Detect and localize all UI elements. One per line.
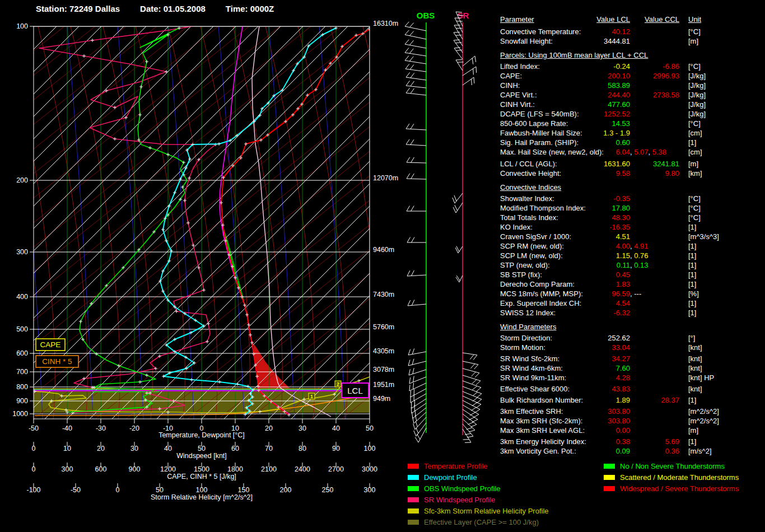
legend-item-outlook: Widespread / Severe Thunderstorms: [604, 483, 739, 494]
svg-text:-20: -20: [129, 424, 139, 432]
value-lcl: 1.15: [500, 251, 630, 260]
unit-label: [m]: [688, 159, 698, 169]
svg-text:Windspeed [knt]: Windspeed [knt]: [176, 452, 227, 460]
legend-item-outlook: No / Non Severe Thunderstorms: [604, 460, 739, 472]
table-row: Max. Hail Size (new, new2, old):6.04, 5.…: [500, 147, 763, 157]
unit-label: [1]: [688, 260, 696, 270]
svg-text:1500: 1500: [194, 465, 209, 473]
table-row: 3km Vorticity Gen. Pot.:0.090.36[m/s^2]: [500, 446, 763, 456]
value-lcl: -0.35: [500, 194, 630, 203]
unit-label: [knt]: [688, 384, 702, 394]
svg-text:900: 900: [16, 397, 28, 405]
value-lcl: 1631.60: [500, 159, 630, 169]
value-ccl: 0.36: [635, 446, 679, 456]
unit-label: [km]: [688, 169, 702, 178]
table-row: LCL / CCL (AGL):1631.603241.81[m]: [500, 159, 763, 169]
skewt-diagram: 10016310m20012070m3009460m4007430m500576…: [0, 0, 498, 532]
value-lcl: 7.60: [500, 363, 630, 373]
value-ccl: -6.86: [635, 62, 679, 71]
table-row: CINH:583.89[J/kg]: [500, 81, 763, 90]
svg-text:50: 50: [156, 486, 164, 494]
value-lcl: 244.40: [500, 90, 630, 100]
legend-label: Widespread / Severe Thunderstorms: [620, 484, 739, 493]
unit-label: [cm]: [688, 128, 702, 138]
x-axis-1: 0102030405060708090100Windspeed [knt]: [32, 442, 376, 460]
table-row: SR Wind Sfc-2km:34.27[knt]: [500, 354, 763, 363]
svg-text:60: 60: [231, 445, 239, 452]
x-axis-2: 03006009001200150018002100240027003000CA…: [32, 463, 377, 480]
value-ccl: 2738.58: [635, 90, 679, 100]
value-lcl: 4.28: [500, 373, 630, 382]
table-row: SR Wind 4km-6km:7.60[knt]: [500, 363, 763, 373]
value-ccl: 28.37: [635, 395, 679, 405]
wind-barb-columns: OBSSR: [405, 11, 482, 442]
column-header: Value CCL: [635, 15, 679, 24]
svg-text:150: 150: [238, 486, 250, 494]
svg-text:0: 0: [32, 465, 36, 473]
table-row: Effective Shear 6000:43.83[knt]: [500, 384, 763, 394]
unit-label: [knt]: [688, 354, 702, 363]
value-extra: , 0.76: [630, 251, 649, 260]
svg-text:3000: 3000: [362, 465, 377, 473]
value-ccl: 5.69: [635, 437, 679, 446]
unit-label: [1]: [688, 241, 696, 251]
obs-column-header: OBS: [417, 11, 435, 20]
dewpoint-profile: [158, 26, 338, 416]
cape-label: CAPE: [40, 340, 61, 349]
table-row: Sig. Hail Param. (SHIP):0.60[1]: [500, 138, 763, 147]
outlook-legend: No / Non Severe ThunderstormsScattered /…: [604, 460, 739, 494]
value-lcl: 48.30: [500, 213, 630, 222]
value-lcl: 43.83: [500, 384, 630, 394]
legend-item-profile: Dewpoint Profile: [408, 472, 549, 483]
table-row: Derecho Comp Param:1.83[1]: [500, 279, 763, 289]
table-row: 850-600 Lapse Rate:14.53[°C]: [500, 119, 763, 128]
unit-label: [knt]: [688, 343, 702, 352]
column-header: Value LCL: [500, 15, 630, 24]
svg-text:100: 100: [16, 22, 28, 30]
lcl-label: LCL: [347, 386, 363, 395]
table-section-header: Convective Indices: [500, 183, 763, 192]
svg-text:1200: 1200: [160, 465, 176, 473]
value-lcl: 252.62: [500, 333, 630, 343]
table-row: CAPE:200.102996.93[J/kg]: [500, 71, 763, 81]
svg-text:1800: 1800: [227, 465, 243, 473]
svg-text:20: 20: [97, 445, 105, 452]
unit-label: [1]: [688, 437, 696, 446]
table-row: CINH Virt.:477.60[J/kg]: [500, 100, 763, 109]
svg-text:0: 0: [116, 486, 120, 494]
value-lcl: 40.12: [500, 27, 630, 36]
svg-text:80: 80: [298, 445, 306, 452]
legend-swatch: [604, 475, 615, 480]
value-ccl: 2996.93: [635, 71, 679, 81]
temperature-profile: [220, 27, 371, 417]
value-lcl: 1252.52: [500, 109, 630, 119]
unit-label: [%]: [688, 289, 699, 298]
table-row: Snowfall Height:3444.81[m]: [500, 36, 763, 46]
unit-label: [°]: [688, 333, 695, 343]
value-extra: , 4.91: [630, 241, 649, 251]
svg-text:500: 500: [16, 325, 28, 333]
svg-text:300: 300: [364, 486, 376, 494]
svg-text:400: 400: [16, 293, 28, 301]
svg-text:100: 100: [364, 445, 376, 452]
value-extra: , 0.13: [630, 260, 649, 270]
svg-text:2700: 2700: [328, 465, 344, 473]
svg-text:4305m: 4305m: [373, 347, 394, 355]
table-column-headers: ParameterValue LCLValue CCLUnit: [500, 15, 763, 24]
unit-label: [cm]: [688, 147, 702, 157]
unit-label: [°C]: [688, 119, 701, 128]
svg-text:-50: -50: [71, 486, 81, 494]
svg-text:30: 30: [298, 424, 306, 432]
svg-text:Storm Relative Helicity [m^2/s: Storm Relative Helicity [m^2/s^2]: [151, 493, 253, 501]
value-lcl: 0.11: [500, 260, 630, 270]
svg-text:0: 0: [32, 445, 36, 452]
svg-text:5760m: 5760m: [373, 323, 394, 331]
table-row: 3km Energy Helicity Index:0.385.69[1]: [500, 437, 763, 446]
unit-label: [J/kg]: [688, 100, 706, 109]
unit-label: [1]: [688, 395, 696, 405]
value-lcl: 96.59: [500, 289, 630, 298]
svg-text:600: 600: [95, 465, 107, 473]
unit-label: [J/kg]: [688, 109, 706, 119]
unit-label: [°C]: [688, 194, 701, 203]
value-lcl: -6.32: [500, 308, 630, 318]
